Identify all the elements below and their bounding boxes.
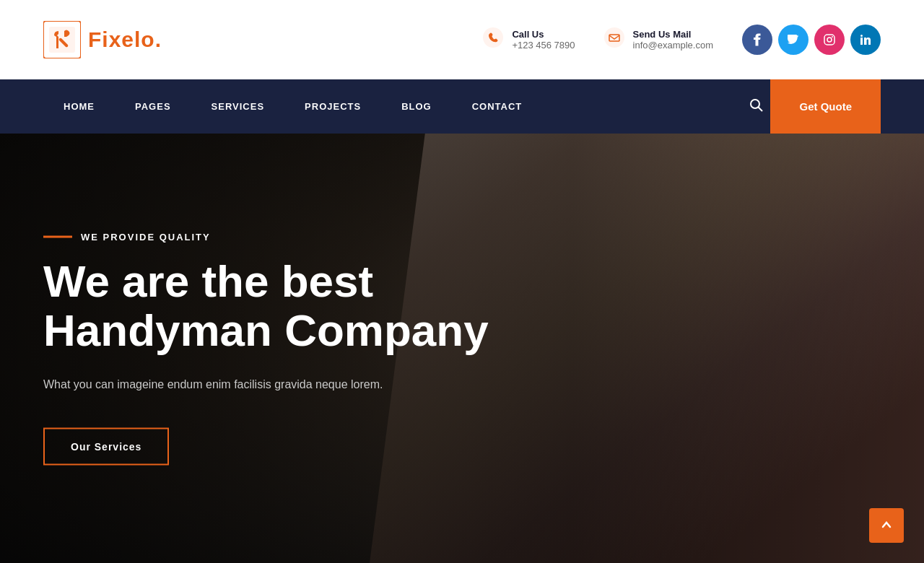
email-text: Send Us Mail info@example.com	[633, 29, 713, 51]
phone-contact[interactable]: Call Us +123 456 7890	[483, 27, 575, 52]
svg-rect-6	[824, 35, 834, 45]
hero-title: We are the best Handyman Company	[43, 256, 489, 354]
hero-content: WE PROVIDE QUALITY We are the best Handy…	[43, 231, 489, 466]
twitter-button[interactable]	[778, 25, 808, 55]
hero-tag-line	[43, 235, 72, 237]
linkedin-button[interactable]	[850, 25, 881, 55]
nav-links: HOME PAGES SERVICES PROJECTS BLOG CONTAC…	[43, 79, 542, 134]
hero-section: WE PROVIDE QUALITY We are the best Handy…	[0, 134, 924, 563]
social-icons	[742, 25, 881, 55]
get-quote-button[interactable]: Get Quote	[770, 79, 881, 134]
instagram-button[interactable]	[814, 25, 845, 55]
navbar: HOME PAGES SERVICES PROJECTS BLOG CONTAC…	[0, 79, 924, 134]
phone-text: Call Us +123 456 7890	[512, 29, 575, 51]
nav-services[interactable]: SERVICES	[191, 79, 285, 134]
our-services-button[interactable]: Our Services	[43, 428, 169, 466]
hero-description: What you can imageine endum enim facilis…	[43, 375, 489, 393]
svg-point-3	[483, 27, 503, 48]
facebook-button[interactable]	[742, 25, 772, 55]
hero-tag-text: WE PROVIDE QUALITY	[81, 231, 211, 242]
top-bar: Fixelo. Call Us +123 456 7890	[0, 0, 924, 79]
contact-info: Call Us +123 456 7890 Send Us Mail info@…	[483, 27, 713, 52]
nav-pages[interactable]: PAGES	[115, 79, 191, 134]
svg-line-12	[758, 107, 762, 111]
phone-icon	[483, 27, 503, 52]
fixelo-logo-icon	[43, 21, 81, 58]
svg-point-7	[827, 38, 832, 42]
svg-point-4	[604, 27, 624, 48]
mail-icon	[604, 27, 624, 52]
nav-home[interactable]: HOME	[43, 79, 115, 134]
logo-text: Fixelo.	[88, 27, 162, 52]
svg-rect-9	[860, 38, 863, 45]
hero-tag: WE PROVIDE QUALITY	[43, 231, 489, 242]
logo[interactable]: Fixelo.	[43, 21, 162, 58]
search-button[interactable]	[749, 97, 763, 115]
scroll-top-button[interactable]	[869, 508, 904, 543]
svg-point-8	[832, 36, 833, 38]
email-contact[interactable]: Send Us Mail info@example.com	[604, 27, 713, 52]
nav-contact[interactable]: CONTACT	[452, 79, 543, 134]
nav-blog[interactable]: BLOG	[381, 79, 452, 134]
nav-projects[interactable]: PROJECTS	[284, 79, 381, 134]
svg-point-10	[860, 35, 863, 37]
